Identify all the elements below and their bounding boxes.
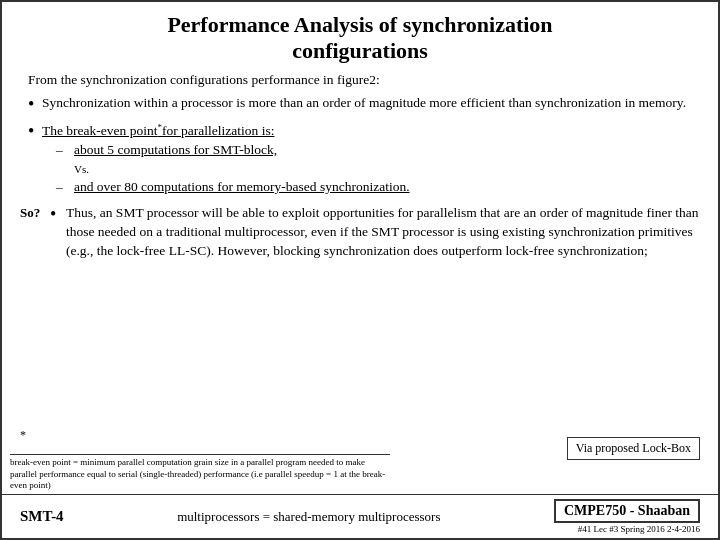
bullet-content-1: Synchronization within a processor is mo… bbox=[42, 94, 700, 113]
bullet-dot-2: • bbox=[20, 121, 42, 143]
sub-item-1: – about 5 computations for SMT-block, bbox=[56, 141, 700, 160]
intro-text: From the synchronization configurations … bbox=[28, 72, 700, 88]
title-area: Performance Analysis of synchronization … bbox=[20, 12, 700, 64]
bottom-center: multiprocessors = shared-memory multipro… bbox=[177, 509, 440, 525]
lock-box-note: Via proposed Lock-Box bbox=[567, 437, 700, 460]
bullet-item-2: • The break-even point*for parallelizati… bbox=[20, 121, 700, 200]
version-text: #41 Lec #3 Spring 2016 2-4-2016 bbox=[578, 524, 700, 534]
dash-2: – bbox=[56, 178, 74, 197]
sub-item-1-text: about 5 computations for SMT-block, bbox=[74, 141, 277, 160]
sub-list: – about 5 computations for SMT-block, Vs… bbox=[56, 141, 700, 197]
asterisk-marker: * bbox=[20, 428, 26, 443]
course-label: CMPE750 - Shaaban bbox=[554, 499, 700, 523]
sub-item-2-text: and over 80 computations for memory-base… bbox=[74, 178, 410, 197]
bullet3-wrapper: So? • Thus, an SMT processor will be abl… bbox=[20, 204, 700, 261]
title-line2: configurations bbox=[20, 38, 700, 64]
bullet-dot-3: • bbox=[50, 204, 66, 226]
breakeven-label: The break-even point*for parallelization… bbox=[42, 123, 274, 138]
sub-item-2: – and over 80 computations for memory-ba… bbox=[56, 178, 700, 197]
bottom-right: CMPE750 - Shaaban #41 Lec #3 Spring 2016… bbox=[554, 499, 700, 534]
bullet3-content: Thus, an SMT processor will be able to e… bbox=[66, 204, 700, 261]
footnote-area: break-even point = minimum parallel comp… bbox=[10, 454, 390, 492]
vs-line: Vs. bbox=[74, 162, 700, 177]
asterisk-sup: * bbox=[157, 122, 162, 132]
bullet-dot-1: • bbox=[20, 94, 42, 116]
bottom-left: SMT-4 bbox=[20, 508, 64, 525]
bullet-item-1: • Synchronization within a processor is … bbox=[20, 94, 700, 116]
so-label: So? bbox=[20, 204, 50, 221]
bottom-bar: SMT-4 multiprocessors = shared-memory mu… bbox=[2, 494, 718, 538]
title-line1: Performance Analysis of synchronization bbox=[20, 12, 700, 38]
bullet-content-2: The break-even point*for parallelization… bbox=[42, 121, 700, 200]
dash-1: – bbox=[56, 141, 74, 160]
footnote-text: break-even point = minimum parallel comp… bbox=[10, 454, 390, 492]
slide-container: Performance Analysis of synchronization … bbox=[0, 0, 720, 540]
